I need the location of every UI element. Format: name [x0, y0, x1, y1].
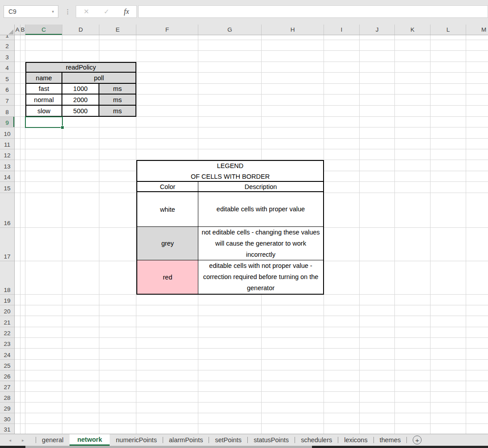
column-header-A[interactable]: A [15, 25, 21, 35]
cell-grid[interactable]: readPolicy name poll fast1000msnormal200… [15, 35, 488, 434]
column-header-D[interactable]: D [62, 25, 99, 35]
gridline-horizontal [15, 149, 488, 149]
row-header-19[interactable]: 19 [0, 295, 14, 305]
column-header-M[interactable]: M [466, 25, 488, 35]
row-header-17[interactable]: 17 [0, 228, 14, 261]
read-policy-name-cell[interactable]: normal [26, 95, 62, 105]
read-policy-value-cell[interactable]: 5000 [62, 106, 99, 116]
sheet-tab-themes[interactable]: themes [374, 434, 407, 446]
legend-color-header-cell[interactable]: Color [137, 182, 198, 191]
row-header-6[interactable]: 6 [0, 84, 14, 95]
row-header-21[interactable]: 21 [0, 316, 14, 327]
formula-bar-drag-handle-icon: ⋮ [65, 5, 70, 18]
legend-color-cell[interactable]: red [137, 260, 198, 294]
column-header-I[interactable]: I [324, 25, 360, 35]
row-header-18[interactable]: 18 [0, 261, 14, 295]
gridline-horizontal [15, 50, 488, 51]
row-header-25[interactable]: 25 [0, 360, 14, 370]
row-header-14[interactable]: 14 [0, 171, 14, 182]
sheet-tab-numericPoints[interactable]: numericPoints [110, 434, 163, 446]
legend-row-white: whiteeditable cells with proper value [137, 192, 323, 227]
row-header-12[interactable]: 12 [0, 149, 14, 160]
row-header-28[interactable]: 28 [0, 392, 14, 403]
gridline-horizontal [15, 348, 488, 349]
gridline-horizontal [15, 138, 488, 139]
row-header-30[interactable]: 30 [0, 413, 14, 424]
enter-icon[interactable]: ✓ [104, 8, 110, 16]
read-policy-name-header-cell[interactable]: name [26, 73, 62, 83]
row-header-10[interactable]: 10 [0, 127, 14, 139]
gridline-horizontal [15, 413, 488, 413]
active-cell-selection[interactable] [25, 116, 63, 128]
column-header-C[interactable]: C [25, 25, 62, 35]
read-policy-title-cell[interactable]: readPolicy [26, 63, 135, 73]
sheet-nav-left-icon[interactable]: ◂ [9, 438, 11, 443]
read-policy-name-cell[interactable]: slow [26, 106, 62, 116]
legend-color-cell[interactable]: white [137, 192, 198, 226]
sheet-tab-statusPoints[interactable]: statusPoints [248, 434, 295, 446]
column-header-E[interactable]: E [99, 25, 136, 35]
row-header-3[interactable]: 3 [0, 51, 14, 62]
read-policy-value-cell[interactable]: 1000 [62, 84, 99, 94]
row-header-26[interactable]: 26 [0, 370, 14, 381]
row-header-23[interactable]: 23 [0, 338, 14, 349]
name-box[interactable]: C9 ▾ [4, 5, 58, 18]
read-policy-poll-header-cell[interactable]: poll [62, 73, 135, 83]
row-header-27[interactable]: 27 [0, 381, 14, 392]
row-header-29[interactable]: 29 [0, 403, 14, 413]
read-policy-value-cell[interactable]: 2000 [62, 95, 99, 105]
row-header-2[interactable]: 2 [0, 40, 14, 51]
column-header-H[interactable]: H [262, 25, 324, 35]
sheet-tabs: generalnetworknumericPointsalarmPointsse… [36, 434, 407, 446]
row-header-1[interactable]: 1 [0, 35, 14, 40]
read-policy-unit-cell[interactable]: ms [99, 106, 135, 116]
sheet-tab-general[interactable]: general [36, 434, 69, 446]
row-header-8[interactable]: 8 [0, 106, 14, 117]
gridline-horizontal [15, 305, 488, 305]
legend-description-cell[interactable]: not editable cells - changing these valu… [198, 227, 323, 260]
legend-row-red: rededitable cells with not proper value … [137, 260, 323, 294]
column-header-F[interactable]: F [136, 25, 198, 35]
legend-description-header-cell[interactable]: Description [198, 182, 323, 191]
row-header-13[interactable]: 13 [0, 160, 14, 171]
read-policy-name-cell[interactable]: fast [26, 84, 62, 94]
row-header-22[interactable]: 22 [0, 327, 14, 338]
sheet-tab-alarmPoints[interactable]: alarmPoints [163, 434, 209, 446]
legend-description-cell[interactable]: editable cells with not proper value - c… [198, 260, 323, 294]
row-header-7[interactable]: 7 [0, 95, 14, 106]
legend-title-line2: OF CELLS WITH BORDER [191, 171, 270, 182]
sheet-tab-schedulers[interactable]: schedulers [295, 434, 338, 446]
legend-color-cell[interactable]: grey [137, 227, 198, 260]
sheet-tab-lexicons[interactable]: lexicons [338, 434, 373, 446]
add-sheet-button[interactable]: + [413, 436, 422, 444]
formula-bar-input[interactable] [138, 5, 488, 18]
column-header-G[interactable]: G [198, 25, 262, 35]
row-header-9[interactable]: 9 [0, 117, 14, 127]
gridline-vertical [430, 35, 431, 434]
sheet-tab-bar: ◂ ▸ generalnetworknumericPointsalarmPoin… [0, 434, 488, 446]
column-header-K[interactable]: K [395, 25, 431, 35]
cancel-icon[interactable]: ✕ [83, 8, 89, 16]
row-header-4[interactable]: 4 [0, 62, 14, 73]
row-header-24[interactable]: 24 [0, 349, 14, 360]
name-box-dropdown-icon[interactable]: ▾ [52, 9, 58, 14]
column-header-L[interactable]: L [431, 25, 466, 35]
sheet-nav-right-icon[interactable]: ▸ [22, 438, 24, 443]
read-policy-unit-cell[interactable]: ms [99, 84, 135, 94]
row-header-15[interactable]: 15 [0, 182, 14, 193]
select-all-corner[interactable] [0, 25, 15, 35]
legend-description-cell[interactable]: editable cells with proper value [198, 192, 323, 226]
legend-title-cell[interactable]: LEGEND OF CELLS WITH BORDER [137, 161, 323, 182]
fill-handle[interactable] [61, 126, 64, 129]
column-header-B[interactable]: B [21, 25, 25, 35]
row-header-11[interactable]: 11 [0, 139, 14, 149]
column-header-J[interactable]: J [360, 25, 395, 35]
row-header-20[interactable]: 20 [0, 305, 14, 316]
sheet-tab-network[interactable]: network [70, 434, 110, 446]
row-header-31[interactable]: 31 [0, 424, 14, 434]
row-header-5[interactable]: 5 [0, 73, 14, 84]
insert-function-icon[interactable]: fx [124, 8, 129, 16]
row-header-16[interactable]: 16 [0, 193, 14, 228]
sheet-tab-setPoints[interactable]: setPoints [209, 434, 247, 446]
read-policy-unit-cell[interactable]: ms [99, 95, 135, 105]
